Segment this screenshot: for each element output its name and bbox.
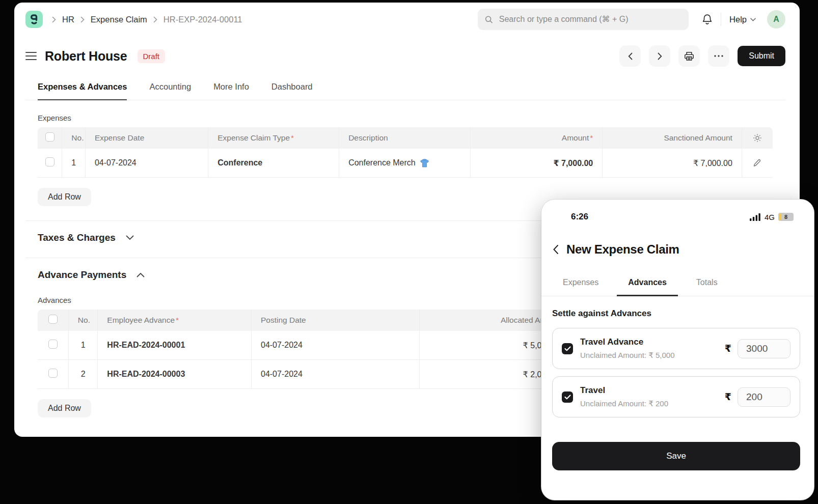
mobile-tab-expenses[interactable]: Expenses	[552, 278, 610, 296]
chevron-right-icon	[658, 52, 662, 60]
advance-amount-input[interactable]	[738, 339, 790, 358]
chevron-right-icon	[153, 16, 157, 23]
navbar-divider	[721, 13, 721, 26]
help-menu[interactable]: Help	[729, 15, 756, 24]
sidebar-toggle-icon[interactable]	[25, 52, 37, 60]
status-icons: 4G 8	[750, 213, 794, 221]
advances-add-row-button[interactable]: Add Row	[38, 399, 91, 417]
page-header: Robert House Draft Submit	[14, 45, 800, 67]
search-input[interactable]	[498, 14, 681, 24]
expense-row: 1 04-07-2024 Conference Conference Merch…	[38, 149, 773, 178]
next-document-button[interactable]	[649, 45, 670, 67]
cell-posting-date[interactable]: 04-07-2024	[251, 331, 419, 360]
mobile-page-title: New Expense Claim	[566, 242, 679, 257]
cell-no: 1	[68, 331, 98, 360]
tab-accounting[interactable]: Accounting	[149, 82, 191, 100]
more-options-button[interactable]	[708, 45, 729, 67]
col-employee-advance: Employee Advance*	[98, 310, 252, 331]
check-icon	[564, 395, 571, 400]
notifications-bell-icon[interactable]	[702, 14, 713, 25]
tab-more-info[interactable]: More Info	[213, 82, 249, 100]
advance-unclaimed-amount: Unclaimed Amount: ₹ 5,000	[580, 351, 674, 360]
cell-expense-date[interactable]: 04-07-2024	[85, 149, 208, 178]
advance-text: Travel Advance Unclaimed Amount: ₹ 5,000	[580, 337, 674, 360]
chevron-down-icon	[126, 235, 134, 240]
row-checkbox[interactable]	[48, 340, 58, 349]
advance-name: Travel	[580, 385, 668, 396]
header-actions: Submit	[619, 45, 785, 67]
col-no: No.	[62, 127, 86, 149]
printer-icon	[684, 51, 694, 61]
edit-pencil-icon[interactable]	[753, 159, 761, 167]
col-sanctioned-amount: Sanctioned Amount	[603, 127, 742, 149]
form-tabs: Expenses & Advances Accounting More Info…	[25, 82, 785, 100]
row-checkbox[interactable]	[45, 157, 54, 166]
section-title: Advance Payments	[38, 269, 126, 281]
tab-expenses-advances[interactable]: Expenses & Advances	[38, 82, 127, 100]
advance-text: Travel Unclaimed Amount: ₹ 200	[580, 385, 668, 408]
col-posting-date: Posting Date	[251, 310, 419, 331]
mobile-app-window: 6:26 4G 8 New Expense Claim Expenses Adv…	[541, 200, 814, 500]
rupee-symbol: ₹	[725, 391, 731, 403]
cell-description[interactable]: Conference Merch	[339, 149, 471, 178]
navbar-right: Help A	[702, 10, 785, 29]
settle-against-advances-heading: Settle against Advances	[552, 309, 802, 319]
chevron-left-icon	[628, 52, 633, 60]
global-search[interactable]	[478, 9, 689, 30]
help-label: Help	[729, 15, 747, 24]
advance-amount-input[interactable]	[738, 387, 790, 407]
col-no: No.	[68, 310, 98, 331]
expenses-add-row-button[interactable]: Add Row	[38, 188, 91, 206]
expenses-grid-label: Expenses	[38, 114, 776, 122]
cell-amount[interactable]: ₹ 7,000.00	[471, 149, 603, 178]
submit-button[interactable]: Submit	[738, 46, 785, 66]
advance-amount-group: ₹	[725, 387, 790, 407]
required-marker: *	[176, 316, 179, 324]
checked-checkbox[interactable]	[562, 343, 573, 354]
rupee-symbol: ₹	[725, 343, 731, 354]
advance-option-card: Travel Advance Unclaimed Amount: ₹ 5,000…	[552, 328, 800, 369]
section-title: Taxes & Charges	[38, 232, 116, 243]
ellipsis-icon	[714, 55, 723, 57]
col-expense-date: Expense Date	[85, 127, 208, 149]
avatar[interactable]: A	[767, 10, 785, 29]
select-all-checkbox[interactable]	[48, 315, 58, 324]
print-button[interactable]	[678, 45, 700, 67]
advance-amount-group: ₹	[725, 339, 790, 358]
signal-bars-icon	[750, 213, 761, 221]
advance-name: Travel Advance	[580, 337, 674, 347]
mobile-tab-totals[interactable]: Totals	[685, 278, 729, 296]
advance-option-card: Travel Unclaimed Amount: ₹ 200 ₹	[552, 376, 800, 417]
required-marker: *	[590, 133, 593, 142]
checked-checkbox[interactable]	[562, 391, 573, 403]
mobile-status-bar: 6:26 4G 8	[541, 200, 814, 222]
breadcrumb-item-expense-claim[interactable]: Expense Claim	[91, 15, 147, 24]
cell-sanctioned-amount[interactable]: ₹ 7,000.00	[603, 149, 742, 178]
back-chevron-icon[interactable]	[553, 244, 559, 255]
chevron-up-icon	[137, 272, 145, 277]
row-checkbox[interactable]	[48, 369, 58, 378]
tshirt-icon	[420, 159, 429, 167]
mobile-tab-advances[interactable]: Advances	[617, 278, 678, 296]
check-icon	[564, 346, 571, 351]
cell-employee-advance[interactable]: HR-EAD-2024-00003	[98, 360, 252, 389]
search-icon	[485, 15, 493, 24]
tab-dashboard[interactable]: Dashboard	[271, 82, 313, 100]
prev-document-button[interactable]	[619, 45, 641, 67]
top-navbar: HR Expense Claim HR-EXP-2024-00011 Help …	[14, 3, 800, 36]
select-all-checkbox[interactable]	[45, 132, 54, 142]
cell-posting-date[interactable]: 04-07-2024	[251, 360, 419, 389]
cell-no: 2	[68, 360, 98, 389]
breadcrumb-item-hr[interactable]: HR	[62, 15, 74, 24]
breadcrumb: HR Expense Claim HR-EXP-2024-00011	[52, 15, 242, 24]
cell-expense-claim-type[interactable]: Conference	[208, 149, 339, 178]
network-type-label: 4G	[765, 213, 775, 221]
gear-icon[interactable]	[753, 133, 762, 143]
app-logo[interactable]	[25, 11, 43, 28]
mobile-header: New Expense Claim	[541, 242, 814, 257]
save-button[interactable]: Save	[552, 442, 800, 470]
required-marker: *	[291, 133, 294, 142]
col-expense-claim-type: Expense Claim Type*	[208, 127, 339, 149]
col-settings	[742, 127, 773, 149]
cell-employee-advance[interactable]: HR-EAD-2024-00001	[98, 331, 252, 360]
